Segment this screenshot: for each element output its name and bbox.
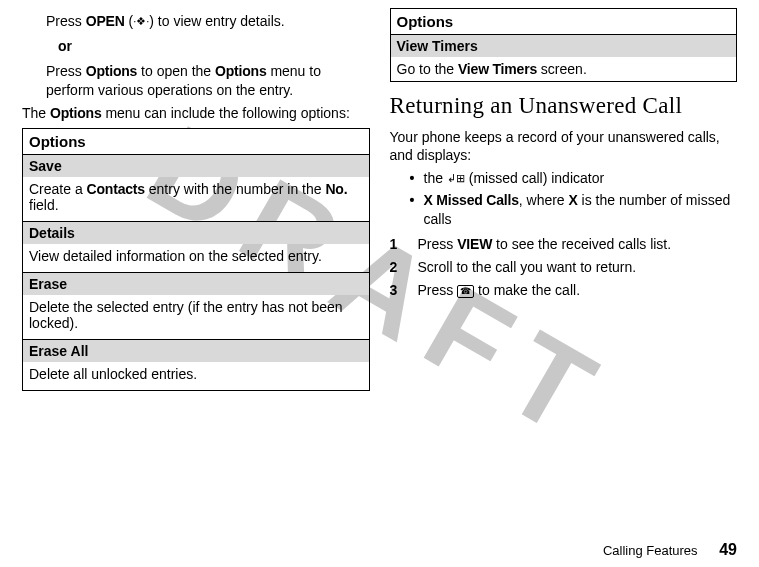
text: entry with the number in the xyxy=(145,181,326,197)
center-key-icon: ·❖· xyxy=(133,14,149,29)
right-column: Options View Timers Go to the View Timer… xyxy=(390,8,738,391)
unanswered-intro: Your phone keeps a record of your unansw… xyxy=(390,128,738,166)
options-table-header: Options xyxy=(23,129,370,155)
options-table-header: Options xyxy=(390,9,737,35)
option-title-erase: Erase xyxy=(23,273,369,295)
page-columns: Press OPEN (·❖·) to view entry details. … xyxy=(0,0,759,391)
step-number: 1 xyxy=(390,235,398,254)
text: , where xyxy=(519,192,569,208)
text: ( xyxy=(125,13,134,29)
view-timers-label: View Timers xyxy=(458,61,537,77)
list-item: X Missed Calls, where X is the number of… xyxy=(424,191,738,229)
text: menu can include the following options: xyxy=(102,105,350,121)
step-number: 3 xyxy=(390,281,398,300)
option-desc: Delete the selected entry (if the entry … xyxy=(23,295,369,339)
page-footer: Calling Features 49 xyxy=(603,541,737,559)
text: Go to the xyxy=(397,61,458,77)
text: screen. xyxy=(537,61,587,77)
option-desc: Delete all unlocked entries. xyxy=(23,362,369,390)
list-item: 2 Scroll to the call you want to return. xyxy=(390,258,738,277)
x-missed-calls-label: X Missed Calls xyxy=(424,192,519,208)
text: Press xyxy=(46,13,86,29)
text: Press xyxy=(46,63,86,79)
page-number: 49 xyxy=(719,541,737,558)
view-label: VIEW xyxy=(457,236,492,252)
option-desc: Create a Contacts entry with the number … xyxy=(23,177,369,221)
options-label: Options xyxy=(215,63,266,79)
table-row: Details View detailed information on the… xyxy=(23,222,370,273)
table-row: View Timers Go to the View Timers screen… xyxy=(390,35,737,82)
list-item: 1 Press VIEW to see the received calls l… xyxy=(390,235,738,254)
text: Scroll to the call you want to return. xyxy=(418,259,637,275)
section-heading: Returning an Unanswered Call xyxy=(390,92,738,120)
options-label: Options xyxy=(50,105,101,121)
options-intro: The Options menu can include the followi… xyxy=(22,104,370,123)
bullet-list: the ↲⊞ (missed call) indicator X Missed … xyxy=(390,169,738,229)
option-title-view-timers: View Timers xyxy=(391,35,737,57)
list-item: the ↲⊞ (missed call) indicator xyxy=(424,169,738,188)
text: field. xyxy=(29,197,59,213)
text: Press xyxy=(418,236,458,252)
text: to make the call. xyxy=(474,282,580,298)
no-label: No. xyxy=(325,181,347,197)
text: to open the xyxy=(137,63,215,79)
options-label: Options xyxy=(86,63,137,79)
options-table-right: Options View Timers Go to the View Timer… xyxy=(390,8,738,82)
list-item: 3 Press ☎ to make the call. xyxy=(390,281,738,300)
table-row: Save Create a Contacts entry with the nu… xyxy=(23,155,370,222)
left-column: Press OPEN (·❖·) to view entry details. … xyxy=(22,8,370,391)
text: ) to view entry details. xyxy=(149,13,284,29)
option-title-details: Details xyxy=(23,222,369,244)
or-label: or xyxy=(22,37,370,56)
text: The xyxy=(22,105,50,121)
open-label: OPEN xyxy=(86,13,125,29)
text: Create a xyxy=(29,181,87,197)
footer-section: Calling Features xyxy=(603,543,698,558)
call-key-icon: ☎ xyxy=(457,285,474,298)
option-desc: View detailed information on the selecte… xyxy=(23,244,369,272)
press-options-line: Press Options to open the Options menu t… xyxy=(22,62,370,100)
text: (missed call) indicator xyxy=(465,170,604,186)
text: the xyxy=(424,170,447,186)
text: Press xyxy=(418,282,458,298)
x-label: X xyxy=(569,192,578,208)
table-row: Erase Delete the selected entry (if the … xyxy=(23,273,370,340)
press-open-line: Press OPEN (·❖·) to view entry details. xyxy=(22,12,370,31)
option-title-erase-all: Erase All xyxy=(23,340,369,362)
steps-list: 1 Press VIEW to see the received calls l… xyxy=(390,235,738,300)
option-title-save: Save xyxy=(23,155,369,177)
option-desc: Go to the View Timers screen. xyxy=(391,57,737,81)
contacts-label: Contacts xyxy=(87,181,145,197)
step-number: 2 xyxy=(390,258,398,277)
options-table-left: Options Save Create a Contacts entry wit… xyxy=(22,128,370,391)
missed-call-icon: ↲⊞ xyxy=(447,171,465,186)
text: to see the received calls list. xyxy=(492,236,671,252)
table-row: Erase All Delete all unlocked entries. xyxy=(23,340,370,391)
